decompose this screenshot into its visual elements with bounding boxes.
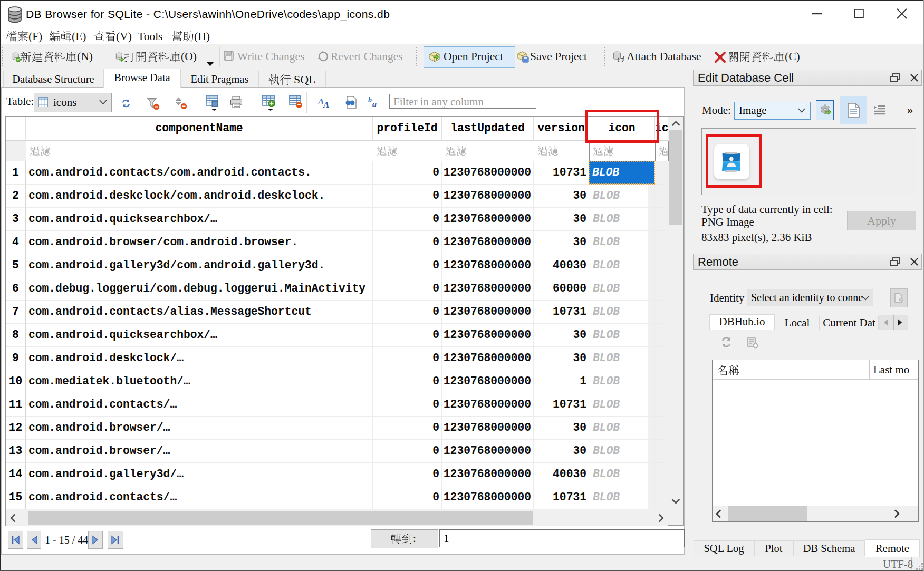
svg-text:b: b: [368, 96, 372, 104]
svg-text:A: A: [323, 100, 329, 109]
svg-text:a: a: [372, 100, 377, 109]
